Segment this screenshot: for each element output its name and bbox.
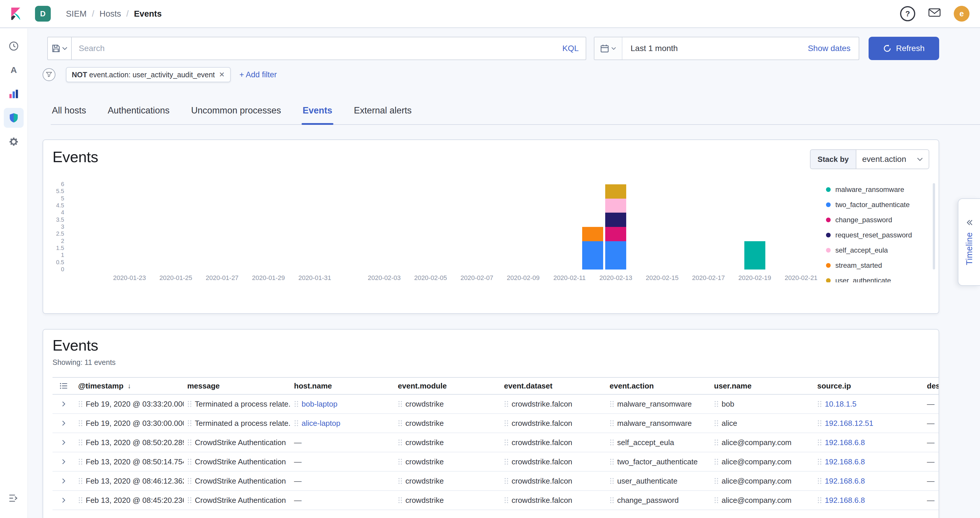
field-value-link[interactable]: 10.18.1.5 <box>825 400 856 408</box>
drag-handle-icon[interactable] <box>609 497 614 504</box>
field-value-link[interactable]: 192.168.6.8 <box>825 438 865 447</box>
columns-button[interactable] <box>52 378 75 394</box>
expand-row-button[interactable] <box>57 417 70 430</box>
drag-handle-icon[interactable] <box>609 420 614 427</box>
refresh-button[interactable]: Refresh <box>869 37 939 60</box>
kibana-logo-icon[interactable] <box>8 6 23 21</box>
field-value-link[interactable]: 192.168.6.8 <box>825 496 865 505</box>
bar-segment-self_accept_eula[interactable] <box>605 199 626 213</box>
bar-segment-change_password[interactable] <box>605 227 626 241</box>
expand-row-button[interactable] <box>57 475 70 487</box>
date-quick-select-button[interactable] <box>594 37 622 59</box>
user-avatar[interactable]: e <box>954 6 969 22</box>
drag-handle-icon[interactable] <box>398 439 402 446</box>
drag-handle-icon[interactable] <box>78 400 83 407</box>
search-input[interactable] <box>79 44 557 53</box>
drag-handle-icon[interactable] <box>187 458 192 465</box>
stack-by-select[interactable]: event.action <box>856 150 929 168</box>
drag-handle-icon[interactable] <box>504 458 509 465</box>
drag-handle-icon[interactable] <box>504 400 509 407</box>
drag-handle-icon[interactable] <box>714 439 719 446</box>
drag-handle-icon[interactable] <box>609 477 614 485</box>
space-badge[interactable]: D <box>35 6 51 22</box>
bar-segment-user_authenticate[interactable] <box>605 184 626 199</box>
filter-pill[interactable]: NOT event.action: user_activity_audit_ev… <box>66 67 231 82</box>
column-header-timestamp[interactable]: @timestamp↓ <box>75 378 184 394</box>
visualize-app-icon[interactable] <box>4 84 24 104</box>
column-header-destination_ip[interactable]: destination.ip <box>923 378 939 394</box>
legend-item[interactable]: request_reset_password <box>826 227 920 243</box>
drag-handle-icon[interactable] <box>817 400 822 407</box>
drag-handle-icon[interactable] <box>398 420 402 427</box>
drag-handle-icon[interactable] <box>78 477 83 485</box>
column-header-action[interactable]: event.action <box>606 378 711 394</box>
app-a-icon[interactable]: A <box>4 60 24 80</box>
bar-segment-two_factor_authenticate[interactable] <box>582 241 603 270</box>
time-range-value[interactable]: Last 1 month <box>622 44 808 53</box>
field-value-link[interactable]: 192.168.6.8 <box>825 457 865 466</box>
expand-row-button[interactable] <box>57 494 70 507</box>
field-value-link[interactable]: 192.168.6.8 <box>825 477 865 486</box>
show-dates-button[interactable]: Show dates <box>808 44 859 53</box>
drag-handle-icon[interactable] <box>817 458 822 465</box>
drag-handle-icon[interactable] <box>187 420 192 427</box>
recently-viewed-icon[interactable] <box>4 36 24 56</box>
drag-handle-icon[interactable] <box>609 458 614 465</box>
field-value-link[interactable]: alice-laptop <box>302 419 340 428</box>
expand-row-button[interactable] <box>57 436 70 449</box>
column-header-host[interactable]: host.name <box>291 378 395 394</box>
drag-handle-icon[interactable] <box>817 420 822 427</box>
drag-handle-icon[interactable] <box>504 497 509 504</box>
settings-gear-icon[interactable] <box>4 132 24 152</box>
drag-handle-icon[interactable] <box>78 439 83 446</box>
drag-handle-icon[interactable] <box>504 439 509 446</box>
bar-segment-stream_started[interactable] <box>582 227 603 241</box>
column-header-source_ip[interactable]: source.ip <box>814 378 923 394</box>
drag-handle-icon[interactable] <box>714 477 719 485</box>
drag-handle-icon[interactable] <box>78 458 83 465</box>
drag-handle-icon[interactable] <box>817 497 822 504</box>
drag-handle-icon[interactable] <box>78 497 83 504</box>
drag-handle-icon[interactable] <box>294 420 299 427</box>
drag-handle-icon[interactable] <box>504 420 509 427</box>
drag-handle-icon[interactable] <box>187 439 192 446</box>
breadcrumb-hosts[interactable]: Hosts <box>99 9 121 19</box>
column-header-dataset[interactable]: event.dataset <box>501 378 606 394</box>
filter-options-button[interactable] <box>43 68 56 81</box>
tab-external-alerts[interactable]: External alerts <box>353 97 413 124</box>
drag-handle-icon[interactable] <box>78 420 83 427</box>
remove-filter-icon[interactable]: ✕ <box>219 71 225 78</box>
legend-item[interactable]: two_factor_authenticate <box>826 197 920 212</box>
legend-item[interactable]: change_password <box>826 212 920 227</box>
drag-handle-icon[interactable] <box>294 400 299 407</box>
tab-all-hosts[interactable]: All hosts <box>51 97 87 124</box>
column-header-module[interactable]: event.module <box>395 378 501 394</box>
legend-item[interactable]: self_accept_eula <box>826 243 920 258</box>
tab-uncommon-processes[interactable]: Uncommon processes <box>190 97 282 124</box>
expand-row-button[interactable] <box>57 455 70 468</box>
bar-segment-request_reset_password[interactable] <box>605 213 626 227</box>
drag-handle-icon[interactable] <box>714 400 719 407</box>
field-value-link[interactable]: 192.168.12.51 <box>825 419 873 428</box>
newsfeed-icon[interactable] <box>928 8 941 20</box>
column-header-user[interactable]: user.name <box>711 378 814 394</box>
drag-handle-icon[interactable] <box>187 497 192 504</box>
legend-scrollbar[interactable] <box>933 183 935 270</box>
drag-handle-icon[interactable] <box>714 458 719 465</box>
tab-events[interactable]: Events <box>302 97 334 124</box>
drag-handle-icon[interactable] <box>714 497 719 504</box>
drag-handle-icon[interactable] <box>398 477 402 485</box>
drag-handle-icon[interactable] <box>609 400 614 407</box>
drag-handle-icon[interactable] <box>817 439 822 446</box>
add-filter-button[interactable]: + Add filter <box>239 70 277 79</box>
drag-handle-icon[interactable] <box>714 420 719 427</box>
legend-item[interactable]: user_authenticate <box>826 273 920 282</box>
drag-handle-icon[interactable] <box>398 458 402 465</box>
column-header-message[interactable]: message <box>184 378 291 394</box>
legend-item[interactable]: stream_started <box>826 258 920 273</box>
timeline-flyout-button[interactable]: Timeline <box>958 198 980 286</box>
drag-handle-icon[interactable] <box>817 477 822 485</box>
expand-row-button[interactable] <box>57 397 70 410</box>
field-value-link[interactable]: bob-laptop <box>302 400 337 408</box>
bar-segment-malware_ransomware[interactable] <box>745 241 765 270</box>
